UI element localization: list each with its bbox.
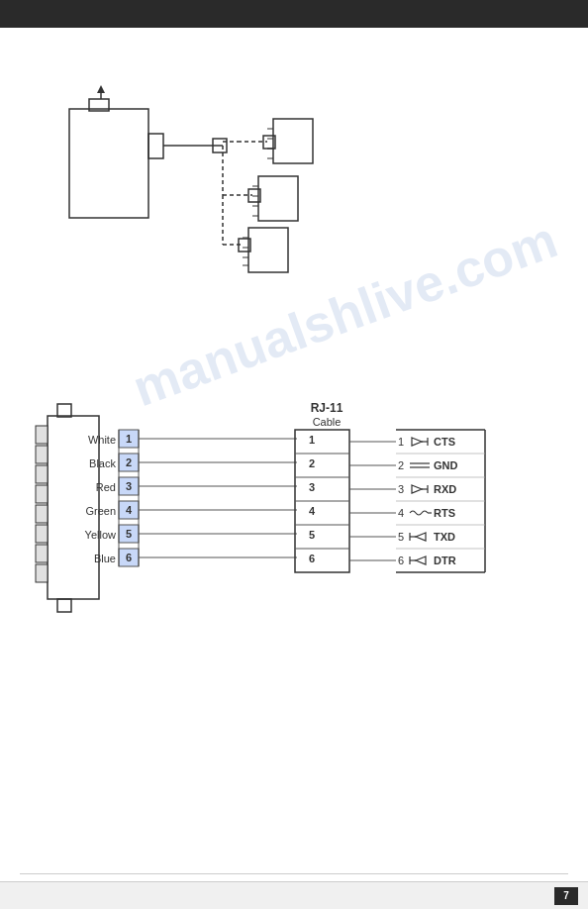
svg-text:3: 3: [126, 480, 132, 492]
svg-rect-37: [36, 485, 48, 503]
svg-rect-26: [248, 228, 288, 272]
svg-rect-33: [57, 599, 71, 612]
svg-text:2: 2: [309, 457, 315, 469]
svg-marker-4: [97, 85, 105, 93]
svg-text:4: 4: [126, 504, 133, 516]
top-diagram: [59, 50, 515, 327]
svg-text:3: 3: [309, 481, 315, 493]
svg-marker-98: [412, 485, 422, 493]
svg-rect-0: [69, 109, 148, 218]
header-bar: [0, 0, 588, 28]
svg-marker-111: [416, 556, 426, 564]
svg-text:Cable: Cable: [313, 416, 342, 428]
svg-text:5: 5: [398, 531, 404, 543]
svg-text:6: 6: [309, 553, 315, 564]
svg-text:Red: Red: [96, 481, 116, 493]
footer-bar: 7: [0, 881, 588, 909]
svg-text:RJ-11: RJ-11: [311, 401, 343, 415]
svg-marker-106: [416, 533, 426, 541]
svg-text:RXD: RXD: [434, 483, 456, 495]
svg-rect-34: [36, 426, 48, 444]
svg-text:6: 6: [398, 555, 404, 566]
footer-rule: [20, 873, 568, 874]
svg-text:Blue: Blue: [94, 553, 116, 564]
svg-rect-10: [273, 119, 313, 163]
svg-text:1: 1: [126, 433, 132, 445]
svg-rect-38: [36, 505, 48, 523]
svg-text:Yellow: Yellow: [85, 529, 116, 541]
svg-text:4: 4: [398, 507, 404, 519]
svg-text:White: White: [88, 434, 116, 446]
svg-text:TXD: TXD: [434, 531, 455, 543]
svg-rect-41: [36, 564, 48, 582]
svg-rect-32: [57, 404, 71, 417]
svg-text:2: 2: [398, 459, 404, 471]
svg-rect-18: [258, 176, 298, 221]
svg-rect-2: [148, 134, 163, 158]
svg-text:GND: GND: [434, 459, 458, 471]
svg-text:6: 6: [126, 552, 132, 563]
svg-text:CTS: CTS: [434, 436, 455, 448]
svg-rect-35: [36, 446, 48, 463]
svg-text:Black: Black: [89, 457, 116, 469]
svg-text:1: 1: [398, 436, 404, 448]
svg-rect-36: [36, 465, 48, 483]
page-number: 7: [554, 887, 578, 905]
svg-marker-89: [412, 438, 422, 446]
svg-text:1: 1: [309, 434, 315, 446]
svg-rect-40: [36, 545, 48, 562]
svg-text:5: 5: [309, 529, 315, 541]
svg-text:Green: Green: [85, 505, 116, 517]
svg-rect-39: [36, 525, 48, 543]
svg-text:5: 5: [126, 528, 132, 540]
svg-text:4: 4: [309, 505, 316, 517]
svg-text:2: 2: [126, 456, 132, 468]
svg-text:3: 3: [398, 483, 404, 495]
svg-text:RTS: RTS: [434, 507, 455, 519]
svg-text:DTR: DTR: [434, 555, 456, 566]
bottom-diagram: White 1 Black 2 Red 3 Green 4 Yellow 5 B…: [30, 386, 554, 723]
